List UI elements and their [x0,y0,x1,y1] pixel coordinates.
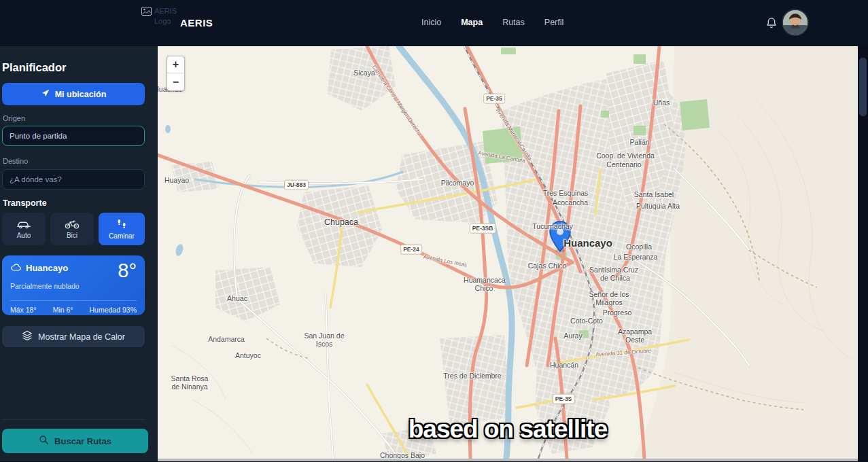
brand-title: AERIS [180,17,213,29]
destination-input[interactable] [2,169,145,190]
origin-label: Origen [3,114,25,122]
weather-card: Huancayo 8° Parcialmente nublado Máx 18°… [2,255,145,315]
logo-alt-text: AERIS Logo [141,6,179,26]
layers-icon [22,330,33,343]
nav-perfil[interactable]: Perfil [544,18,563,27]
weather-condition: Parcialmente nublado [10,282,137,290]
bike-icon [65,219,80,229]
main-nav: Inicio Mapa Rutas Perfil [421,18,563,27]
map-zoom-control: + − [167,56,185,91]
bell-icon[interactable] [765,16,778,32]
zoom-in-button[interactable]: + [167,56,184,73]
weather-humidity: Humedad 93% [90,306,137,314]
subtitle-caption: based on satellite [409,415,608,444]
aeris-app: AERIS Logo AERIS Inicio Mapa Rutas Perfi… [0,0,868,462]
search-icon [39,435,49,447]
vertical-scrollbar[interactable] [858,46,868,462]
car-icon [16,219,31,229]
weather-max: Máx 18° [10,306,37,314]
sidebar-divider [2,419,145,420]
weather-city: Huancayo [26,263,68,273]
origin-input[interactable] [2,126,145,146]
vertical-scrollbar-thumb[interactable] [859,58,867,116]
weather-temp: 8° [118,261,137,281]
mode-bici-button[interactable]: Bici [50,213,94,245]
my-location-button[interactable]: Mi ubicación [2,83,145,105]
search-routes-button[interactable]: Buscar Rutas [2,429,148,453]
planner-sidebar: Planificador Mi ubicación Origen Destino… [0,46,158,462]
top-navbar: AERIS Logo AERIS Inicio Mapa Rutas Perfi… [0,0,868,46]
map-area: HuachacSicayaHuayaoPilcomayoChupacaHuama… [158,46,858,459]
zoom-out-button[interactable]: − [167,73,184,90]
mode-caminar-button[interactable]: Caminar [99,213,145,245]
sidebar-title: Planificador [2,61,66,74]
weather-min: Min 6° [53,306,73,314]
transport-label: Transporte [3,198,47,208]
cloud-icon [10,262,22,274]
nav-inicio[interactable]: Inicio [421,18,441,27]
heatmap-button[interactable]: Mostrar Mapa de Calor [2,326,145,347]
nav-mapa[interactable]: Mapa [461,18,483,27]
nav-rutas[interactable]: Rutas [502,18,525,27]
avatar[interactable] [783,10,808,35]
destination-label: Destino [3,157,28,165]
map-canvas[interactable] [158,46,858,459]
navigation-arrow-icon [41,88,50,100]
footsteps-icon [116,219,127,230]
transport-modes: Auto Bici Caminar [2,213,145,245]
mode-auto-button[interactable]: Auto [2,213,46,245]
